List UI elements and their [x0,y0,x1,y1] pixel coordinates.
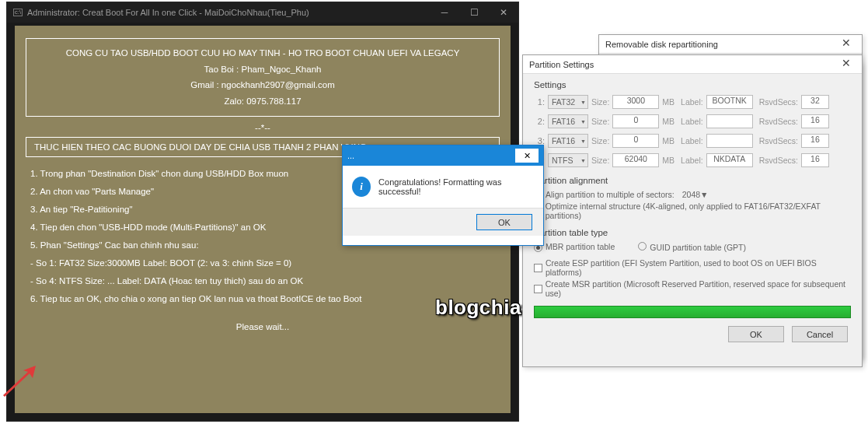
fs-select[interactable]: FAT16▼ [548,114,588,128]
fs-row: 2:FAT16▼Size:0MBLabel:RsvdSecs:16 [534,114,851,129]
size-label: Size: [591,136,609,145]
fs-select[interactable]: NTFS▼ [548,153,588,167]
label-label: Label: [681,136,703,145]
size-label: Size: [591,117,609,126]
dialog-title: Removable disk repartitioning [605,40,718,49]
maximize-button[interactable]: ☐ [459,2,489,23]
label-label: Label: [681,97,703,107]
close-icon[interactable]: ✕ [515,149,539,163]
close-button[interactable]: ✕ [489,2,518,23]
mbr-radio-label[interactable]: MBR partition table [534,242,615,252]
dialog-title: Partition Settings [529,60,594,69]
mb-label: MB [662,156,675,165]
esp-checkbox[interactable] [534,264,542,272]
info-icon: i [352,177,371,197]
gpt-radio-label[interactable]: GUID partition table (GPT) [638,242,746,252]
msg-text: Congratulations! Formatting was successf… [378,177,534,196]
fs-select[interactable]: FAT16▼ [548,134,588,148]
divider: --*-- [23,123,503,132]
row-number: 1: [534,97,545,107]
size-input[interactable]: 3000 [612,95,659,109]
cmd-icon: c:\ [13,9,23,16]
cancel-button[interactable]: Cancel [792,326,848,342]
annotation-arrow [2,366,36,397]
size-input[interactable]: 0 [612,134,659,148]
settings-group-label: Settings [534,80,851,89]
partition-settings-dialog: Partition Settings ✕ Settings 1:FAT32▼Si… [522,54,863,367]
mb-label: MB [662,136,675,145]
size-label: Size: [591,97,609,107]
rsvd-label: RsvdSecs: [759,97,798,107]
align-label: Align partition to multiple of sectors: [546,190,675,199]
close-icon[interactable]: ✕ [835,57,857,71]
step-line: - So 4: NTFS Size: ... Label: DATA (Hoac… [30,272,495,290]
optimize-label: Optimize internal structure (4K-aligned,… [546,201,851,220]
table-type-group-label: Partition table type [534,228,851,237]
label-input[interactable]: BOOTNK [706,95,753,109]
rsvd-label: RsvdSecs: [759,117,798,126]
msr-label: Create MSR partition (Microsoft Reserved… [546,279,851,298]
align-select[interactable]: 2048▼ [682,190,726,199]
mb-label: MB [662,117,675,126]
msg-title: ... [347,151,354,160]
header-line: CONG CU TAO USB/HDD BOOT CUU HO MAY TINH… [36,45,490,61]
rsvd-input[interactable]: 16 [801,114,829,128]
minimize-button[interactable]: ─ [430,2,459,23]
console-title-text: Administrator: Creat Boot For All In one… [27,2,309,23]
size-input[interactable]: 0 [612,114,659,128]
rsvd-label: RsvdSecs: [759,136,798,145]
rsvd-input[interactable]: 16 [801,153,829,167]
repartition-titlebar[interactable]: Removable disk repartitioning ✕ [599,35,862,54]
label-label: Label: [681,156,703,165]
step-line: - So 1: FAT32 Size:3000MB Label: BOOT (2… [30,254,495,272]
label-input[interactable] [706,134,753,148]
esp-label: Create ESP partition (EFI System Partiti… [546,258,851,277]
console-titlebar[interactable]: c:\ Administrator: Creat Boot For All In… [7,2,518,23]
please-wait: Please wait... [23,322,503,331]
close-icon[interactable]: ✕ [835,37,857,51]
step-line: 6. Tiep tuc an OK, cho chia o xong an ti… [30,290,495,308]
label-input[interactable] [706,114,753,128]
alignment-group-label: Partition alignment [534,176,851,185]
size-label: Size: [591,156,609,165]
header-line: Zalo: 0975.788.117 [36,93,490,110]
fs-row: 1:FAT32▼Size:3000MBLabel:BOOTNKRsvdSecs:… [534,94,851,110]
fs-row: 3:FAT16▼Size:0MBLabel:RsvdSecs:16 [534,133,851,149]
console-header-box: CONG CU TAO USB/HDD BOOT CUU HO MAY TINH… [26,38,500,117]
settings-titlebar[interactable]: Partition Settings ✕ [523,55,862,74]
header-line: Gmail : ngockhanh2907@gmail.com [36,77,490,93]
label-label: Label: [681,117,703,126]
row-number: 2: [534,117,545,126]
rsvd-label: RsvdSecs: [759,156,798,165]
fs-select[interactable]: FAT32▼ [548,95,588,109]
ok-button[interactable]: OK [728,326,784,342]
progress-bar [534,306,851,318]
rsvd-input[interactable]: 16 [801,134,829,148]
mb-label: MB [662,97,675,107]
gpt-radio[interactable] [638,242,647,251]
label-input[interactable]: NKDATA [706,153,753,167]
rsvd-input[interactable]: 32 [801,95,829,109]
msr-checkbox[interactable] [534,285,542,293]
fs-row: 4:NTFS▼Size:62040MBLabel:NKDATARsvdSecs:… [534,152,851,168]
ok-button[interactable]: OK [476,214,532,230]
info-messagebox: ... ✕ i Congratulations! Formatting was … [342,145,544,246]
header-line: Tao Boi : Pham_Ngoc_Khanh [36,61,490,78]
msg-titlebar[interactable]: ... ✕ [343,145,543,166]
size-input[interactable]: 62040 [612,153,659,167]
